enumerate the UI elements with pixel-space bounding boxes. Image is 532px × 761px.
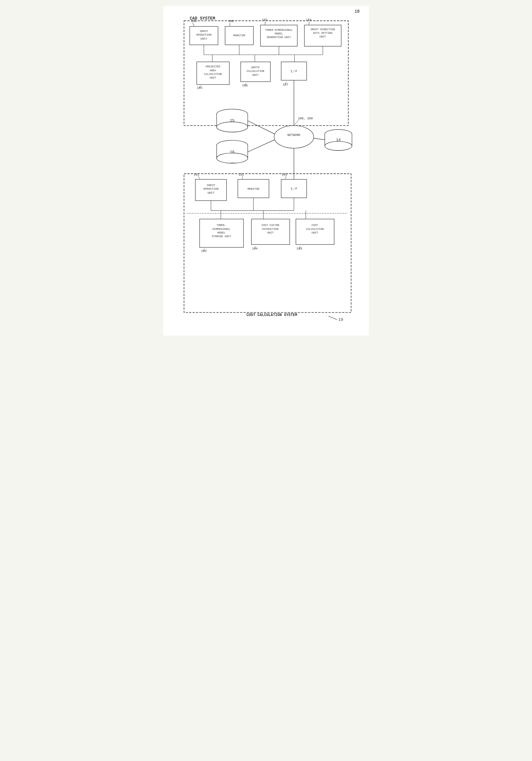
box-183-text-2: MODEL	[274, 32, 283, 35]
ref-191: 191	[194, 173, 200, 176]
box-182-text: MONITOR	[233, 34, 245, 37]
ref-19: 19	[338, 318, 343, 322]
box-195-text-2: CALCULATION	[306, 228, 324, 231]
box-193-text-2: DIMENSIONAL	[212, 228, 230, 231]
box-192-text: MONITOR	[247, 187, 260, 191]
box-183-text-1: THREE-DIMENSIONAL	[265, 29, 292, 32]
ref-line-191	[198, 176, 200, 179]
ref-19-line	[328, 316, 337, 320]
box-195-text-3: UNIT	[312, 231, 318, 234]
box-185-text-2: AREA	[210, 69, 216, 72]
box-194-text-2: EXTRACTION	[262, 228, 278, 231]
ref-181: 181	[191, 19, 197, 23]
ref-line-192	[242, 176, 243, 179]
db-15-label: 15	[230, 118, 234, 123]
db-16-label: 16	[230, 150, 234, 154]
box-191-text-1: INPUT	[207, 184, 215, 187]
box-194-text-3: UNIT	[267, 231, 273, 234]
box-184-text-2: DATA SETTING	[313, 32, 332, 35]
box-193-text-1: THREE-	[216, 224, 226, 227]
network-ref: 100, 200	[298, 117, 313, 120]
ref-line-196	[285, 176, 286, 179]
ref-183: 183	[262, 18, 267, 22]
box-183-text-3: GENERATION UNIT	[267, 36, 291, 39]
box-184-text-3: UNIT	[319, 35, 326, 38]
db-16-bottom	[216, 153, 247, 163]
ref-line-184	[309, 22, 309, 25]
box-185-text-1: PROJECTED	[206, 65, 220, 68]
ref-line-182	[230, 23, 230, 26]
box-193-text-3: MODEL	[217, 231, 225, 234]
db-14-label: 14	[336, 138, 341, 142]
box-185-text-4: UNIT	[210, 77, 216, 80]
box-186-text-2: CALCULATION	[247, 70, 264, 73]
conn-15-network	[248, 121, 274, 134]
box-196-text: I／F	[290, 187, 297, 191]
box-191-text-3: UNIT	[207, 191, 214, 195]
box-194-text-1: COST FACTOR	[261, 224, 279, 227]
box-193-text-4: STORAGE UNIT	[211, 235, 231, 238]
box-183	[261, 25, 297, 46]
ref-line-183	[265, 22, 265, 25]
box-181-text-3: UNIT	[200, 37, 207, 40]
ref-line-181	[193, 23, 194, 26]
ref-182: 182	[228, 19, 234, 23]
ref-196: 196	[281, 173, 287, 176]
page: 18 CAD SYSTEM INPUT OPERATION UNIT 181 M…	[163, 6, 369, 336]
db-15-bottom	[216, 122, 247, 132]
box-184-text-1: DRAFT DIRECTION	[311, 28, 335, 31]
main-diagram: CAD SYSTEM INPUT OPERATION UNIT 181 MONI…	[176, 15, 357, 326]
network-ref-line	[294, 120, 298, 126]
network-label: NETWORK	[287, 133, 301, 137]
box-187-text: I／F	[290, 70, 297, 73]
conn-16-network	[248, 140, 274, 152]
box-186-text-1: DEPTH	[251, 66, 260, 69]
ref-192: 192	[238, 173, 244, 176]
box-181-text-2: OPERATION	[196, 33, 211, 36]
box-181-text-1: INPUT	[200, 29, 208, 33]
db-14-bottom	[325, 142, 352, 150]
box-186-text-3: UNIT	[252, 74, 258, 77]
box-191-text-2: OPERATION	[203, 187, 218, 191]
box-195-text-1: COST	[312, 224, 318, 227]
ref-184: 184	[306, 18, 312, 22]
cost-system-label: COST CALCULATION SYSTEM	[246, 313, 297, 317]
box-185-text-3: CALCULATION	[204, 73, 222, 76]
outer-ref-label: 18	[355, 9, 360, 14]
